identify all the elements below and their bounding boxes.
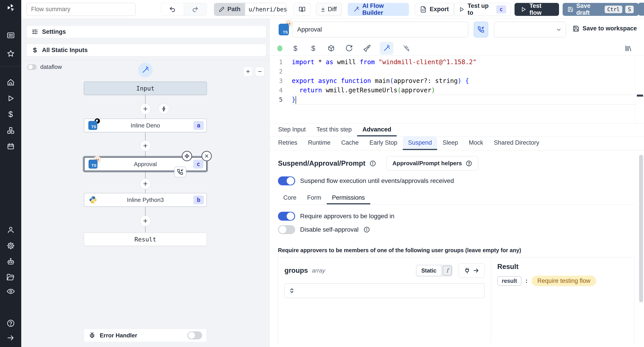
add-step-button-3[interactable]: [140, 178, 151, 189]
tab-early-stop[interactable]: Early Stop: [364, 136, 403, 150]
step-name-input[interactable]: [292, 22, 468, 37]
test-up-to-button[interactable]: Test up to c: [454, 3, 511, 16]
audit-eye-icon[interactable]: [6, 286, 16, 296]
tab-mock[interactable]: Mock: [463, 136, 488, 150]
flow-node-inline-deno[interactable]: TS Inline Deno a: [84, 118, 207, 132]
result-colon: :: [526, 278, 528, 284]
info-icon[interactable]: [370, 160, 376, 167]
package-button[interactable]: [326, 44, 336, 53]
groups-result-region: groups array Static f: [278, 257, 634, 344]
tab-core[interactable]: Core: [278, 192, 302, 204]
flow-summary-input[interactable]: [26, 3, 136, 16]
ai-assistant-button[interactable]: [380, 42, 393, 55]
suspend-phone-button[interactable]: [474, 22, 488, 37]
phone-incoming-icon: [478, 26, 484, 33]
editor-ruler: [636, 56, 636, 124]
tab-shared-directory[interactable]: Shared Directory: [488, 136, 545, 150]
typescript-badge: TS: [88, 160, 98, 168]
tab-cache[interactable]: Cache: [336, 136, 364, 150]
ai-autocomplete-off-button[interactable]: [402, 44, 411, 53]
windmill-logo-icon[interactable]: [6, 3, 16, 12]
require-login-toggle[interactable]: [278, 212, 295, 221]
deploy-button-partial[interactable]: [638, 3, 644, 16]
suspend-execution-toggle[interactable]: [278, 176, 295, 185]
code-line: return wmill.getResumeUrls(approver): [292, 86, 636, 95]
expression-mode-button[interactable]: f: [443, 266, 452, 276]
tab-test-this-step[interactable]: Test this step: [311, 124, 357, 136]
wand-icon: [353, 6, 359, 13]
runs-icon[interactable]: [6, 94, 16, 103]
save-draft-button[interactable]: Save draft Ctrl S: [562, 3, 639, 16]
expand-arrow-icon[interactable]: [6, 333, 16, 343]
diff-button[interactable]: ± Diff: [316, 3, 342, 16]
error-handler-toggle[interactable]: [188, 331, 202, 340]
info-icon[interactable]: [363, 226, 370, 233]
tab-runtime[interactable]: Runtime: [303, 136, 336, 150]
kbd-s: S: [625, 6, 634, 13]
user-icon[interactable]: [6, 225, 16, 235]
add-step-button-2[interactable]: [140, 140, 151, 151]
disable-self-approval-toggle[interactable]: [278, 225, 295, 234]
flow-node-input[interactable]: Input: [84, 82, 207, 95]
tab-suspend[interactable]: Suspend: [403, 136, 438, 150]
library-button[interactable]: [624, 44, 633, 53]
resources-icon[interactable]: [6, 126, 16, 136]
code-editor[interactable]: 12345 import * as wmill from "windmill-c…: [270, 56, 644, 124]
settings-gear-icon[interactable]: [6, 241, 16, 251]
flow-node-inline-python[interactable]: Inline Python3 b: [84, 193, 207, 207]
zoom-out-button[interactable]: −: [255, 67, 264, 76]
tab-step-input[interactable]: Step Input: [273, 124, 311, 136]
flow-settings-button[interactable]: Settings: [26, 26, 266, 38]
insert-resource-button[interactable]: $: [308, 44, 318, 53]
path-button[interactable]: Path u/henri/bes: [214, 3, 287, 16]
disable-self-approval-label: Disable self-approval: [300, 226, 358, 233]
redo-button[interactable]: [184, 3, 206, 16]
flow-node-result[interactable]: Result: [84, 232, 207, 246]
star-icon[interactable]: [6, 49, 16, 58]
insert-variable-button[interactable]: $: [290, 44, 300, 53]
tab-permissions[interactable]: Permissions: [327, 192, 370, 204]
tab-form[interactable]: Form: [302, 192, 327, 204]
connect-input-button[interactable]: [459, 263, 484, 278]
save-to-workspace-button[interactable]: Save to workspace: [573, 25, 637, 32]
lsp-status-icon: [277, 46, 282, 52]
tab-advanced[interactable]: Advanced: [357, 124, 397, 136]
home-icon[interactable]: [6, 77, 16, 87]
undo-button[interactable]: [161, 3, 184, 16]
variables-icon[interactable]: $: [6, 110, 16, 120]
groups-array-input[interactable]: [284, 283, 484, 298]
tab-sleep[interactable]: Sleep: [437, 136, 463, 150]
workers-robot-icon[interactable]: [6, 257, 16, 266]
trigger-button[interactable]: [158, 104, 169, 114]
error-handler-card[interactable]: Error Handler: [84, 329, 207, 342]
ai-graph-wand-button[interactable]: [138, 62, 153, 77]
line-number: 4: [270, 86, 283, 95]
folders-icon[interactable]: [6, 272, 16, 282]
sparkles-off-icon: [402, 44, 410, 52]
path-label-segment: Path: [214, 3, 245, 16]
ai-flow-builder-button[interactable]: AI Flow Builder: [348, 3, 409, 16]
result-key-chip: result: [497, 276, 522, 286]
reload-button[interactable]: [344, 44, 354, 53]
tab-retries[interactable]: Retries: [273, 136, 303, 150]
schedules-icon[interactable]: [6, 142, 16, 151]
approval-prompt-helpers-button[interactable]: Approval/Prompt helpers: [386, 156, 478, 170]
test-flow-button[interactable]: Test flow: [514, 3, 559, 16]
dataflow-toggle[interactable]: [27, 64, 37, 70]
move-node-button[interactable]: [182, 151, 192, 161]
add-step-button-1[interactable]: [140, 104, 151, 114]
all-static-inputs-button[interactable]: $ All Static Inputs: [26, 44, 266, 56]
help-icon[interactable]: [6, 318, 16, 328]
static-mode-button[interactable]: Static: [417, 266, 441, 276]
delete-node-button[interactable]: [202, 151, 212, 161]
export-button[interactable]: Export: [415, 3, 454, 16]
format-button[interactable]: [362, 44, 372, 53]
apps-icon[interactable]: [6, 30, 16, 40]
zoom-in-button[interactable]: +: [243, 67, 253, 76]
line-number: 5: [270, 95, 283, 104]
scrollbar-thumb[interactable]: [639, 155, 643, 302]
approval-suspend-indicator[interactable]: [174, 166, 186, 177]
docs-button[interactable]: [294, 3, 310, 16]
tag-select[interactable]: [494, 22, 566, 37]
add-step-button-4[interactable]: [140, 216, 151, 226]
